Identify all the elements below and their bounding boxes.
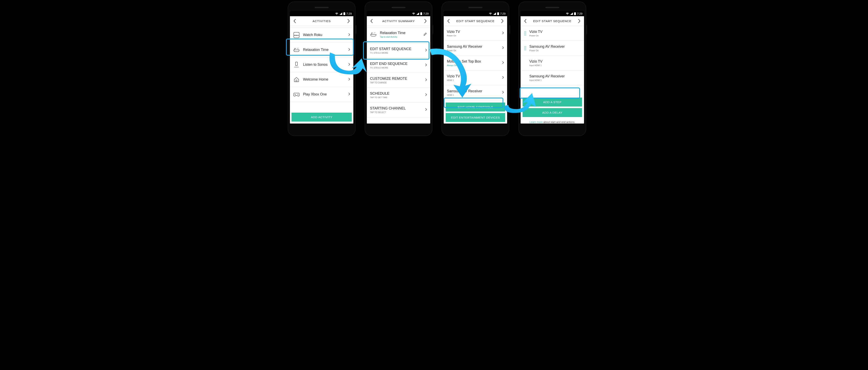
chevron-right-icon [425, 78, 427, 82]
device-sub: Always On [447, 64, 500, 67]
phone-earpiece [315, 7, 329, 8]
sequence-row[interactable]: Samsung AV ReceiverHDMI 1 [444, 85, 507, 100]
row-label: CUSTOMIZE REMOTE [370, 77, 424, 81]
row-label: EDIT END SEQUENCE [370, 62, 424, 66]
statusbar: 7:29 [290, 11, 353, 16]
edit-home-controls-button[interactable]: EDIT HOME CONTROLS [446, 103, 505, 111]
add-step-button[interactable]: ADD A STEP [523, 98, 582, 106]
phone-earpiece [546, 7, 559, 8]
statusbar: 7:29 [444, 11, 507, 16]
header-title: ACTIVITIES [298, 20, 346, 23]
status-time: 7:29 [346, 12, 352, 15]
back-button[interactable] [292, 17, 298, 25]
row-sub: TAP TO CHANGE [370, 81, 424, 84]
customize-remote-row[interactable]: CUSTOMIZE REMOTETAP TO CHANGE [367, 73, 430, 88]
chevron-right-icon [578, 19, 581, 23]
activity-header-row[interactable]: Relaxation Time Tap to start Activity [367, 28, 430, 41]
header: EDIT START SEQUENCE [521, 16, 584, 26]
screen-edit-start-2: 7:29 EDIT START SEQUENCE Vizio TVPower O… [521, 11, 584, 124]
phone-power-button [355, 25, 356, 34]
chevron-right-icon [348, 48, 350, 52]
activity-row-relaxation[interactable]: Relaxation Time [290, 42, 353, 58]
forward-button[interactable] [423, 17, 428, 25]
svg-point-3 [298, 48, 298, 48]
battery-icon [574, 12, 576, 15]
reorder-handle-icon[interactable] [524, 31, 527, 35]
svg-point-8 [298, 94, 298, 95]
status-time: 7:29 [423, 12, 429, 15]
signal-icon [570, 12, 573, 15]
sequence-row[interactable]: Vizio TVInput HDMI 1 [521, 56, 584, 70]
edit-entertainment-devices-button[interactable]: EDIT ENTERTAINMENT DEVICES [446, 113, 505, 122]
activity-label: Relaxation Time [303, 48, 347, 52]
svg-point-9 [298, 95, 299, 95]
header: ACTIVITY SUMMARY [367, 16, 430, 26]
back-button[interactable] [369, 17, 374, 25]
sequence-row[interactable]: Samsung AV ReceiverPower On [521, 41, 584, 56]
battery-icon [497, 12, 499, 15]
reorder-handle-icon[interactable] [524, 46, 527, 50]
device-sub: Power On [447, 49, 500, 52]
activity-name: Relaxation Time [380, 31, 422, 35]
forward-button[interactable] [500, 17, 505, 25]
signal-icon [416, 12, 419, 15]
schedule-row[interactable]: SCHEDULETAP TO SET TIME [367, 88, 430, 103]
activities-list: ROKU Watch Roku Relaxation Time SONOS Li… [290, 28, 353, 113]
bath-icon [293, 46, 300, 53]
learn-more-link[interactable]: Learn more [529, 121, 542, 124]
add-delay-button[interactable]: ADD A DELAY [523, 108, 582, 117]
sequence-row[interactable]: Vizio TVPower On [521, 26, 584, 41]
wifi-icon [566, 12, 569, 15]
edit-start-sequence-row[interactable]: EDIT START SEQUENCETV, STB & 3 MORE [367, 43, 430, 58]
forward-button[interactable] [346, 17, 351, 25]
activity-row-welcome-home[interactable]: Welcome Home [290, 72, 353, 87]
phone-power-button [432, 25, 433, 34]
device-sub: HDMI 1 [447, 94, 500, 96]
footnote: Learn more about start and end actions. [521, 119, 584, 124]
activity-row-sonos[interactable]: SONOS Listen to Sonos [290, 58, 353, 72]
forward-button[interactable] [577, 17, 582, 25]
status-time: 7:29 [500, 12, 505, 15]
signal-icon [339, 12, 342, 15]
battery-icon [420, 12, 422, 15]
back-button[interactable] [446, 17, 451, 25]
divider [367, 26, 430, 28]
starting-channel-row[interactable]: STARTING CHANNELTAP TO SELECT [367, 103, 430, 117]
sequence-row[interactable]: Vizio TVHDMI 1 [444, 70, 507, 85]
activity-label: Welcome Home [303, 77, 347, 82]
header: EDIT START SEQUENCE [444, 16, 507, 26]
row-label: SCHEDULE [370, 92, 424, 96]
phone-earpiece [468, 7, 483, 8]
row-sub: TAP TO SET TIME [370, 96, 424, 99]
wifi-icon [489, 12, 492, 15]
statusbar: 7:29 [521, 11, 584, 16]
back-button[interactable] [523, 17, 528, 25]
device-label: Vizio TV [529, 59, 581, 64]
sequence-row[interactable]: Motorola Set Top BoxAlways On [444, 56, 507, 70]
chevron-right-icon [348, 93, 350, 96]
svg-rect-5 [296, 62, 298, 66]
chevron-right-icon [347, 19, 350, 23]
statusbar: 7:29 [367, 11, 430, 16]
chevron-right-icon [424, 19, 427, 23]
phone-activity-summary: 7:29 ACTIVITY SUMMARY Relaxation Time Ta… [365, 1, 432, 136]
add-activity-button[interactable]: ADD ACTIVITY [291, 113, 352, 122]
phone-edit-start-2: 7:29 EDIT START SEQUENCE Vizio TVPower O… [519, 1, 586, 136]
edit-icon[interactable] [424, 32, 427, 37]
sequence-row[interactable]: Vizio TVPower On [444, 26, 507, 41]
chevron-left-icon [524, 19, 527, 23]
sequence-row[interactable]: Samsung AV ReceiverInput HDMI 1 [521, 70, 584, 85]
device-label: Samsung AV Receiver [529, 44, 581, 49]
activity-label: Listen to Sonos [303, 63, 347, 67]
edit-end-sequence-row[interactable]: EDIT END SEQUENCETV, STB & 3 MORE [367, 58, 430, 73]
activity-row-xbox[interactable]: Play Xbox One [290, 87, 353, 102]
chevron-left-icon [293, 19, 296, 23]
sequence-list: Vizio TVPower On Samsung AV ReceiverPowe… [444, 26, 507, 103]
phone-earpiece [392, 7, 405, 8]
chevron-right-icon [425, 63, 427, 67]
sequence-row[interactable]: Samsung AV ReceiverPower On [444, 41, 507, 56]
battery-icon [343, 12, 345, 15]
svg-point-2 [297, 48, 298, 49]
activity-row-watch-roku[interactable]: ROKU Watch Roku [290, 28, 353, 42]
row-label: EDIT START SEQUENCE [370, 47, 424, 51]
